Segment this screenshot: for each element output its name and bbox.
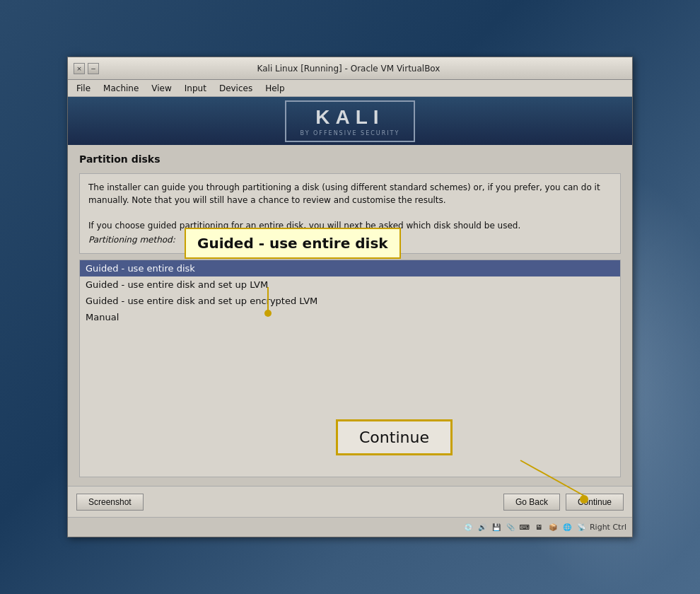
continue-button[interactable]: Continue — [566, 494, 624, 511]
partition-list[interactable]: Guided - use entire disk Guided - use en… — [79, 260, 621, 477]
status-icon-3: 💾 — [491, 522, 502, 533]
menu-devices[interactable]: Devices — [214, 82, 258, 95]
status-icon-8: 🌐 — [561, 522, 573, 533]
kali-header: KALI BY OFFENSIVE SECURITY — [68, 97, 632, 145]
menu-help[interactable]: Help — [259, 82, 290, 95]
menu-input[interactable]: Input — [179, 82, 212, 95]
kali-logo-subtext: BY OFFENSIVE SECURITY — [301, 130, 400, 136]
status-icon-2: 🔊 — [477, 522, 488, 533]
status-icon-7: 📦 — [547, 522, 559, 533]
title-bar-controls: × − — [74, 63, 99, 74]
virtualbox-window: × − Kali Linux [Running] - Oracle VM Vir… — [67, 57, 633, 537]
option-guided-lvm[interactable]: Guided - use entire disk and set up LVM — [80, 276, 620, 293]
go-back-button[interactable]: Go Back — [503, 494, 560, 511]
menu-view[interactable]: View — [146, 82, 177, 95]
guided-note-text: If you choose guided partitioning for an… — [88, 219, 612, 232]
right-ctrl-label: Right Ctrl — [590, 523, 626, 532]
kali-logo: KALI BY OFFENSIVE SECURITY — [285, 100, 416, 142]
window-inner: KALI BY OFFENSIVE SECURITY Partition dis… — [68, 97, 632, 537]
status-bar: 💿 🔊 💾 📎 ⌨ 🖥 📦 🌐 📡 Right Ctrl — [68, 517, 632, 537]
option-guided-entire-disk[interactable]: Guided - use entire disk — [80, 260, 620, 276]
status-icon-5: ⌨ — [519, 522, 530, 533]
window-title: Kali Linux [Running] - Oracle VM Virtual… — [99, 64, 598, 74]
status-icon-9: 📡 — [576, 522, 587, 533]
status-icon-6: 🖥 — [533, 522, 544, 533]
main-content: Partition disks The installer can guide … — [68, 145, 632, 486]
info-panel: The installer can guide you through part… — [79, 173, 621, 254]
kali-logo-text: KALI — [315, 106, 384, 129]
method-label: Partitioning method: — [88, 233, 612, 246]
option-manual[interactable]: Manual — [80, 309, 620, 325]
close-button[interactable]: × — [74, 63, 85, 74]
description-text: The installer can guide you through part… — [88, 181, 612, 206]
status-icon-4: 📎 — [505, 522, 516, 533]
title-bar: × − Kali Linux [Running] - Oracle VM Vir… — [68, 57, 632, 80]
option-guided-encrypted-lvm[interactable]: Guided - use entire disk and set up encr… — [80, 293, 620, 309]
bottom-bar: Screenshot Go Back Continue — [68, 486, 632, 517]
partition-title: Partition disks — [79, 153, 621, 165]
menu-machine[interactable]: Machine — [98, 82, 144, 95]
status-icon-1: 💿 — [462, 522, 474, 533]
screenshot-button[interactable]: Screenshot — [76, 494, 144, 511]
menu-file[interactable]: File — [71, 82, 96, 95]
minimize-button[interactable]: − — [88, 63, 99, 74]
menu-bar: File Machine View Input Devices Help — [68, 80, 632, 97]
